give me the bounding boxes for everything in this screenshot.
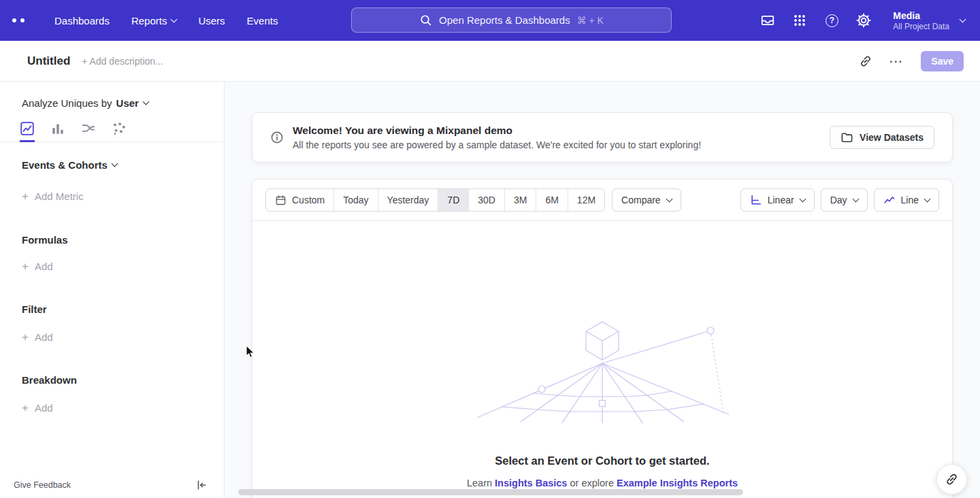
link-icon [945,472,959,486]
link-icon [859,54,872,68]
add-metric-button[interactable]: + Add Metric [22,190,224,202]
top-nav: Dashboards Reports Users Events Open Rep… [0,0,980,41]
primary-nav: Dashboards Reports Users Events [54,15,278,27]
linear-scale-icon [750,194,762,206]
nav-reports[interactable]: Reports [131,15,177,27]
example-reports-link[interactable]: Example Insights Reports [617,478,738,488]
mixpanel-logo[interactable] [12,18,44,22]
global-search-input[interactable]: Open Reports & Dashboards ⌘ + K [351,7,672,33]
granularity-dropdown[interactable]: Day [821,188,868,212]
share-link-fab[interactable] [936,464,967,495]
range-6m[interactable]: 6M [536,189,567,211]
flow-sankey-icon [81,121,96,136]
add-filter-button[interactable]: + Add [22,331,224,343]
range-today[interactable]: Today [333,189,377,211]
scale-dropdown[interactable]: Linear [740,188,815,212]
range-30d[interactable]: 30D [468,189,504,211]
collapse-left-icon [195,479,208,491]
range-yesterday[interactable]: Yesterday [378,189,438,211]
tab-more-chart-types[interactable] [112,116,127,142]
logo-dot-icon [20,18,24,22]
search-icon [419,14,432,27]
empty-state: Select an Event or Cohort to get started… [252,221,952,488]
bar-chart-icon [50,121,65,136]
chevron-down-icon [666,195,672,202]
help-icon[interactable]: ? [823,12,840,29]
search-shortcut: ⌘ + K [577,15,604,26]
range-12m[interactable]: 12M [568,189,604,211]
report-header: Untitled + Add description... ⋯ Save [0,41,980,82]
project-scope: All Project Data [893,22,949,31]
logo-dot-icon [12,18,16,22]
visualization-tabs [0,116,224,142]
report-title[interactable]: Untitled [27,54,70,68]
chevron-down-icon [852,195,859,202]
date-range-picker: Custom Today Yesterday 7D 30D 3M 6M 12M [265,188,605,212]
range-7d[interactable]: 7D [438,189,468,211]
settings-gear-icon[interactable] [855,12,872,29]
apps-grid-icon[interactable] [791,12,808,29]
view-datasets-button[interactable]: View Datasets [830,126,934,149]
chevron-down-icon [171,16,178,22]
banner-title: Welcome! You are viewing a Mixpanel demo [293,124,701,137]
calendar-icon [275,195,287,206]
save-button[interactable]: Save [921,51,964,71]
plus-icon: + [22,191,29,201]
banner-body: All the reports you see are powered by a… [293,139,701,150]
insights-report-card: Custom Today Yesterday 7D 30D 3M 6M 12M … [252,179,953,498]
trend-line-icon [883,194,896,206]
nav-utilities: ? Media All Project Data [760,10,965,31]
chevron-down-icon [960,16,966,22]
project-switcher[interactable]: Media All Project Data [893,10,965,31]
analyze-label: Analyze Uniques by [22,97,112,109]
report-canvas: Welcome! You are viewing a Mixpanel demo… [225,82,980,498]
add-breakdown-button[interactable]: + Add [22,402,224,414]
formulas-section: Formulas [22,234,224,246]
empty-state-links: Learn Insights Basics or explore Example… [467,478,738,488]
horizontal-scrollbar-thumb[interactable] [238,489,743,495]
chart-type-dropdown[interactable]: Line [874,188,939,212]
collapse-sidebar-button[interactable] [195,479,208,491]
search-placeholder: Open Reports & Dashboards [439,14,570,26]
project-name: Media [893,10,949,22]
range-custom[interactable]: Custom [266,189,333,211]
demo-welcome-banner: Welcome! You are viewing a Mixpanel demo… [252,112,953,163]
inbox-icon[interactable] [760,12,776,29]
plus-icon: + [22,332,29,342]
filter-section: Filter [22,303,224,315]
more-menu-button[interactable]: ⋯ [885,51,906,71]
insights-basics-link[interactable]: Insights Basics [495,478,567,488]
tab-flow-chart[interactable] [81,116,96,142]
chevron-down-icon [799,195,806,202]
copy-link-button[interactable] [855,51,876,71]
line-chart-icon [20,121,35,136]
give-feedback-link[interactable]: Give Feedback [14,480,71,490]
folder-icon [840,131,853,144]
tab-bar-chart[interactable] [50,116,65,142]
scatter-dots-icon [112,121,127,136]
range-3m[interactable]: 3M [504,189,536,211]
chart-toolbar: Custom Today Yesterday 7D 30D 3M 6M 12M … [252,180,952,221]
compare-button[interactable]: Compare [612,188,681,212]
empty-state-title: Select an Event or Cohort to get started… [495,454,709,467]
nav-dashboards[interactable]: Dashboards [54,15,110,27]
tab-insights-chart[interactable] [20,116,35,142]
plus-icon: + [22,403,29,413]
nav-events[interactable]: Events [247,15,278,27]
nav-users[interactable]: Users [198,15,225,27]
analyze-by-dropdown[interactable]: User [116,97,148,109]
info-icon [270,131,284,144]
breakdown-section: Breakdown [22,374,224,386]
ellipsis-icon: ⋯ [889,53,902,69]
query-builder-sidebar: Analyze Uniques by User [0,82,225,498]
plus-icon: + [22,261,29,271]
add-formula-button[interactable]: + Add [22,261,224,272]
add-description-field[interactable]: + Add description... [82,56,163,67]
mixpanel-insights-app: Dashboards Reports Users Events Open Rep… [0,0,980,498]
events-cohorts-section[interactable]: Events & Cohorts [22,159,224,171]
chevron-down-icon [142,99,149,105]
empty-state-illustration [473,320,732,423]
chevron-down-icon [924,195,931,202]
chevron-down-icon [111,161,118,167]
